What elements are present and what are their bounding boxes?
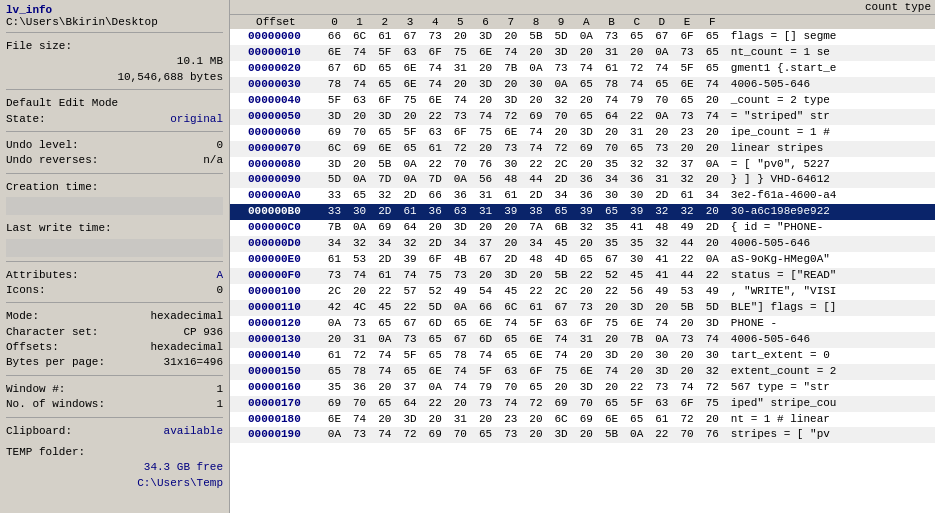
byte-cell[interactable]: 34 [599,172,624,188]
table-row[interactable]: 000000B033302D61366331393865396539323220… [230,204,935,220]
byte-cell[interactable]: 73 [674,332,699,348]
byte-cell[interactable]: 69 [574,412,599,428]
byte-cell[interactable]: 39 [624,204,649,220]
byte-cell[interactable]: 53 [347,252,372,268]
byte-cell[interactable]: 20 [599,125,624,141]
byte-cell[interactable]: 74 [347,77,372,93]
byte-cell[interactable]: 6C [322,141,347,157]
byte-cell[interactable]: 3D [624,300,649,316]
byte-cell[interactable]: 36 [423,204,448,220]
byte-cell[interactable]: 66 [322,29,347,45]
byte-cell[interactable]: 70 [498,380,523,396]
byte-cell[interactable]: 70 [674,427,699,443]
byte-cell[interactable]: 7D [423,172,448,188]
byte-cell[interactable]: 5F [624,396,649,412]
byte-cell[interactable]: 6D [423,316,448,332]
byte-cell[interactable]: 0A [347,220,372,236]
byte-cell[interactable]: 20 [574,284,599,300]
table-row[interactable]: 000001406172745F657874656E74203D20302030… [230,348,935,364]
byte-cell[interactable]: 31 [473,204,498,220]
byte-cell[interactable]: 74 [448,93,473,109]
byte-cell[interactable]: 20 [523,427,548,443]
byte-cell[interactable]: 7B [498,61,523,77]
byte-cell[interactable]: 7A [523,220,548,236]
byte-cell[interactable]: 65 [498,348,523,364]
byte-cell[interactable]: 67 [448,332,473,348]
byte-cell[interactable]: 41 [624,220,649,236]
byte-cell[interactable]: 63 [649,396,674,412]
byte-cell[interactable]: 74 [473,348,498,364]
byte-cell[interactable]: 34 [372,236,397,252]
table-row[interactable]: 000001900A73747269706573203D205B0A227076… [230,427,935,443]
byte-cell[interactable]: 0A [700,157,725,173]
table-row[interactable]: 000000905D0A7D0A7D0A5648442D363436313220… [230,172,935,188]
byte-cell[interactable]: 31 [649,172,674,188]
byte-cell[interactable]: 74 [372,364,397,380]
byte-cell[interactable]: 31 [599,45,624,61]
byte-cell[interactable]: 20 [549,125,574,141]
byte-cell[interactable]: 6E [397,61,422,77]
byte-cell[interactable]: 34 [549,188,574,204]
table-row[interactable]: 000000606970655F636F756E74203D2031202320… [230,125,935,141]
byte-cell[interactable]: 32 [574,220,599,236]
byte-cell[interactable]: 70 [448,427,473,443]
byte-cell[interactable]: 20 [574,157,599,173]
byte-cell[interactable]: 75 [397,93,422,109]
table-row[interactable]: 0000013020310A7365676D656E7431207B0A7374… [230,332,935,348]
byte-cell[interactable]: 5B [549,268,574,284]
byte-cell[interactable]: 73 [599,29,624,45]
byte-cell[interactable]: 3D [498,93,523,109]
byte-cell[interactable]: 6D [347,61,372,77]
byte-cell[interactable]: 56 [624,284,649,300]
byte-cell[interactable]: 5F [397,348,422,364]
byte-cell[interactable]: 73 [498,427,523,443]
byte-cell[interactable]: 34 [322,236,347,252]
byte-cell[interactable]: 70 [448,157,473,173]
byte-cell[interactable]: 6F [423,252,448,268]
hex-table-wrapper[interactable]: Offset 0 1 2 3 4 5 6 7 8 9 A B C D E F [230,15,935,513]
byte-cell[interactable]: 20 [372,380,397,396]
table-row[interactable]: 000001706970656422207374726970655F636F75… [230,396,935,412]
byte-cell[interactable]: 61 [498,188,523,204]
byte-cell[interactable]: 74 [599,93,624,109]
byte-cell[interactable]: 20 [549,380,574,396]
byte-cell[interactable]: 6C [498,300,523,316]
byte-cell[interactable]: 67 [549,300,574,316]
byte-cell[interactable]: 49 [700,284,725,300]
byte-cell[interactable]: 23 [498,412,523,428]
byte-cell[interactable]: 73 [473,396,498,412]
byte-cell[interactable]: 6E [523,332,548,348]
byte-cell[interactable]: 36 [347,380,372,396]
byte-cell[interactable]: 67 [322,61,347,77]
byte-cell[interactable]: 49 [674,220,699,236]
byte-cell[interactable]: 20 [473,93,498,109]
byte-cell[interactable]: 65 [549,204,574,220]
table-row[interactable]: 000001806E74203D20312023206C696E65617220… [230,412,935,428]
byte-cell[interactable]: 0A [322,316,347,332]
byte-cell[interactable]: 74 [674,380,699,396]
byte-cell[interactable]: 72 [523,396,548,412]
byte-cell[interactable]: 61 [372,268,397,284]
byte-cell[interactable]: 69 [574,141,599,157]
byte-cell[interactable]: 72 [397,427,422,443]
byte-cell[interactable]: 56 [473,172,498,188]
byte-cell[interactable]: 64 [397,220,422,236]
byte-cell[interactable]: 20 [523,93,548,109]
byte-cell[interactable]: 67 [473,252,498,268]
byte-cell[interactable]: 65 [624,29,649,45]
byte-cell[interactable]: 3D [599,348,624,364]
byte-cell[interactable]: 0A [322,427,347,443]
byte-cell[interactable]: 74 [523,125,548,141]
byte-cell[interactable]: 36 [448,188,473,204]
byte-cell[interactable]: 2D [397,188,422,204]
byte-cell[interactable]: 6B [549,220,574,236]
byte-cell[interactable]: 20 [674,364,699,380]
byte-cell[interactable]: 74 [599,364,624,380]
byte-cell[interactable]: 0A [448,172,473,188]
byte-cell[interactable]: 2D [372,252,397,268]
byte-cell[interactable]: 20 [624,364,649,380]
byte-cell[interactable]: 4C [347,300,372,316]
table-row[interactable]: 00000150657874656E745F636F756E74203D2032… [230,364,935,380]
byte-cell[interactable]: 74 [347,412,372,428]
table-row[interactable]: 00000000666C616773203D205B5D0A7365676F65… [230,29,935,45]
